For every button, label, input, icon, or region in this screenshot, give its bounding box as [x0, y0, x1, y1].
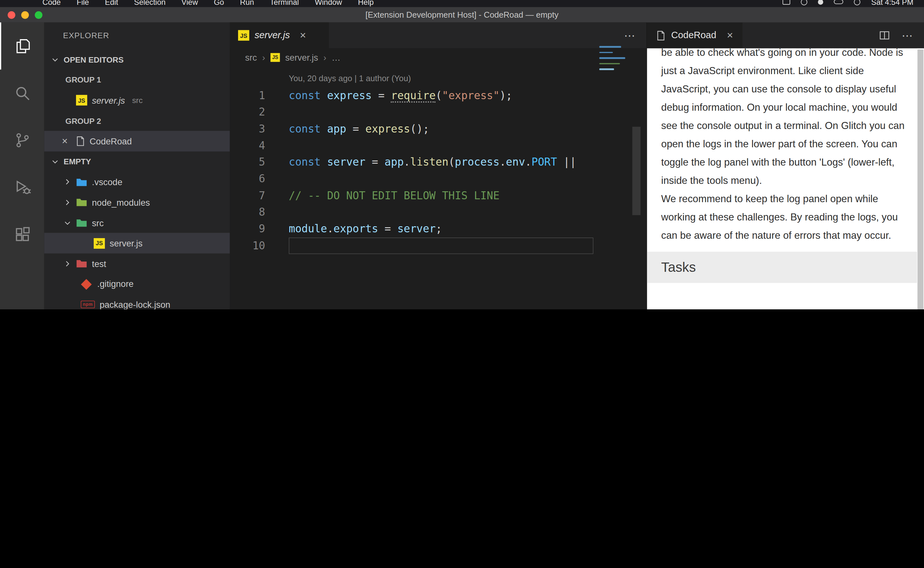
tab-serverjs[interactable]: JS server.js × — [230, 23, 329, 48]
menu-edit[interactable]: Edit — [105, 0, 118, 6]
run-debug-icon[interactable] — [0, 164, 44, 211]
coderoad-panel: CodeRoad × ⋯ be able to check what's goi… — [647, 23, 924, 309]
git-icon — [81, 279, 92, 290]
menu-file[interactable]: File — [77, 0, 89, 6]
tasks-header: Tasks — [647, 252, 924, 283]
split-editor-icon[interactable] — [879, 30, 890, 41]
tutorial-paragraph: We recommend to keep the log panel open … — [661, 190, 910, 245]
explorer-sidebar: EXPLORER OPEN EDITORS GROUP 1 JS server.… — [44, 23, 230, 309]
menu-run[interactable]: Run — [240, 0, 254, 6]
screen-mirror-icon[interactable] — [783, 0, 791, 5]
tree-item-package-lock[interactable]: npm package-lock.json — [44, 294, 230, 309]
close-editor-icon[interactable]: × — [62, 135, 71, 147]
js-file-icon: JS — [270, 53, 280, 62]
js-file-icon: JS — [76, 95, 87, 106]
minimize-window-button[interactable] — [21, 11, 29, 19]
record-icon[interactable] — [818, 0, 824, 5]
code-line[interactable]: 6 — [230, 171, 647, 187]
gitlens-annotation: You, 20 days ago | 1 author (You) — [230, 66, 647, 87]
code-line[interactable]: 3const app = express(); — [230, 121, 647, 137]
breadcrumb-file[interactable]: server.js — [285, 52, 318, 62]
webview-scrollbar-thumb[interactable] — [918, 50, 923, 309]
zoom-window-button[interactable] — [35, 11, 42, 19]
close-tab-icon[interactable]: × — [727, 29, 733, 42]
code-line[interactable]: 7// -- DO NOT EDIT BELOW THIS LINE — [230, 187, 647, 204]
folder-icon — [76, 198, 87, 207]
test-folder-icon — [76, 259, 87, 268]
menu-help[interactable]: Help — [358, 0, 374, 6]
close-window-button[interactable] — [8, 11, 15, 19]
breadcrumb-src[interactable]: src — [245, 52, 257, 62]
code-line[interactable]: 1const express = require("express"); — [230, 87, 647, 104]
webview-scrollbar[interactable] — [917, 48, 924, 309]
tree-item-node-modules[interactable]: node_modules — [44, 192, 230, 213]
tab-coderoad[interactable]: CodeRoad × — [647, 23, 743, 48]
workspace-section-header[interactable]: EMPTY — [44, 151, 230, 172]
code-line[interactable]: 8 — [230, 204, 647, 221]
window-title: [Extension Development Host] - CodeRoad … — [0, 10, 924, 19]
open-editor-serverjs[interactable]: JS server.js src — [44, 90, 230, 111]
editor-tab-bar: JS server.js × ⋯ — [230, 23, 647, 48]
menubar-clock[interactable]: Sat 4:54 PM — [871, 0, 913, 6]
webview-icon — [656, 30, 665, 41]
code-editor[interactable]: You, 20 days ago | 1 author (You) 1const… — [230, 66, 647, 309]
js-file-icon: JS — [238, 30, 249, 41]
code-line[interactable]: 4 — [230, 137, 647, 154]
close-tab-icon[interactable]: × — [300, 29, 306, 42]
code-line[interactable]: 5const server = app.listen(process.env.P… — [230, 154, 647, 171]
npm-icon: npm — [81, 301, 95, 308]
menu-go[interactable]: Go — [214, 0, 224, 6]
breadcrumb-symbol[interactable]: … — [332, 52, 341, 62]
js-file-icon: JS — [94, 238, 105, 248]
code-line[interactable]: 2 — [230, 104, 647, 121]
coderoad-webview: be able to check what's going on in your… — [647, 48, 924, 309]
macos-menubar: Code File Edit Selection View Go Run Ter… — [0, 0, 924, 7]
menu-terminal[interactable]: Terminal — [270, 0, 299, 6]
extensions-icon[interactable] — [0, 211, 44, 258]
explorer-icon[interactable] — [0, 23, 44, 69]
menu-view[interactable]: View — [182, 0, 198, 6]
menu-window[interactable]: Window — [315, 0, 342, 6]
search-icon[interactable] — [0, 69, 44, 117]
more-actions-icon[interactable]: ⋯ — [901, 29, 913, 42]
vscode-window: Code File Edit Selection View Go Run Ter… — [0, 0, 924, 309]
code-line[interactable]: 9module.exports = server; — [230, 221, 647, 237]
tree-item-gitignore[interactable]: .gitignore — [44, 274, 230, 294]
control-center-icon[interactable] — [854, 0, 861, 5]
tutorial-paragraph: be able to check what's going on in your… — [661, 48, 910, 190]
editor-group-1-label: GROUP 1 — [44, 70, 230, 91]
editor-detail: src — [132, 96, 143, 105]
editor-group: JS server.js × ⋯ src › JS server.js › … … — [230, 23, 647, 309]
scale-wrapper: Code File Edit Selection View Go Run Ter… — [0, 0, 924, 309]
tree-item-vscode[interactable]: .vscode — [44, 172, 230, 193]
more-actions-icon[interactable]: ⋯ — [624, 29, 636, 42]
traffic-lights — [8, 11, 42, 19]
source-control-icon[interactable] — [0, 117, 44, 164]
file-icon — [76, 136, 85, 147]
menu-selection[interactable]: Selection — [134, 0, 166, 6]
status-icon[interactable] — [801, 0, 808, 5]
tree-item-test[interactable]: test — [44, 254, 230, 274]
open-editor-coderoad[interactable]: × CodeRoad — [44, 131, 230, 151]
battery-icon[interactable] — [834, 0, 844, 4]
titlebar: [Extension Development Host] - CodeRoad … — [0, 7, 924, 23]
tree-item-serverjs[interactable]: JS server.js — [44, 233, 230, 254]
open-editors-header[interactable]: OPEN EDITORS — [44, 50, 230, 70]
sidebar-title: EXPLORER — [44, 23, 230, 48]
activity-bar: ⚙ — [0, 23, 44, 309]
breadcrumb: src › JS server.js › … — [230, 48, 647, 66]
menu-code[interactable]: Code — [42, 0, 61, 6]
panel-tab-bar: CodeRoad × ⋯ — [647, 23, 924, 48]
code-line[interactable]: 10 — [230, 237, 647, 254]
folder-icon — [76, 218, 87, 228]
editor-group-2-label: GROUP 2 — [44, 111, 230, 131]
editor-vertical-scrollbar[interactable] — [632, 127, 641, 215]
minimap[interactable] — [598, 42, 626, 95]
tree-item-src[interactable]: src — [44, 213, 230, 233]
code-lines[interactable]: 1const express = require("express");23co… — [230, 87, 647, 254]
folder-icon — [76, 177, 87, 187]
